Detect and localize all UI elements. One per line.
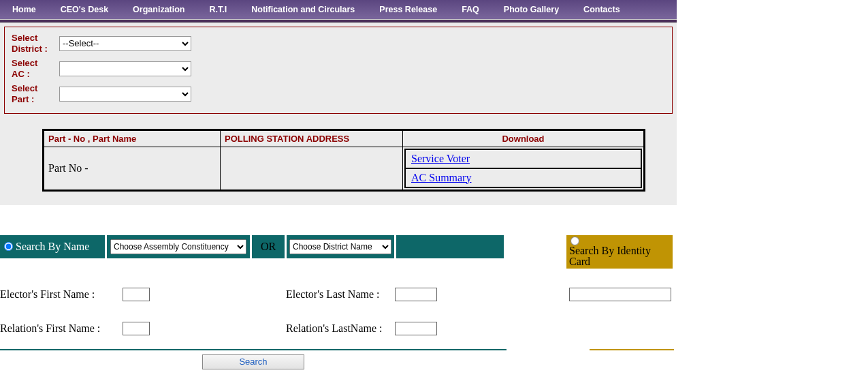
- relation-first-label: Relation's First Name :: [0, 322, 123, 335]
- th-part: Part - No , Part Name: [44, 130, 221, 147]
- content-area: Select District : --Select-- Select AC :: [0, 22, 677, 205]
- elector-first-label: Elector's First Name :: [0, 288, 123, 301]
- select-part-label: Select Part :: [12, 83, 59, 104]
- link-ac-summary[interactable]: AC Summary: [411, 172, 471, 183]
- nav-home[interactable]: Home: [0, 5, 48, 14]
- nav-press-release[interactable]: Press Release: [367, 5, 449, 14]
- select-district[interactable]: --Select--: [59, 36, 191, 51]
- select-assembly[interactable]: Choose Assembly Constituency: [110, 239, 246, 254]
- nav-ceo-desk[interactable]: CEO's Desk: [48, 5, 120, 14]
- main-nav: Home CEO's Desk Organization R.T.I Notif…: [0, 0, 677, 19]
- link-service-voter[interactable]: Service Voter: [411, 153, 470, 164]
- th-address: POLLING STATION ADDRESS: [221, 130, 403, 147]
- nav-rti[interactable]: R.T.I: [197, 5, 240, 14]
- polling-table: Part - No , Part Name POLLING STATION AD…: [42, 129, 645, 192]
- nav-photo-gallery[interactable]: Photo Gallery: [492, 5, 571, 14]
- cell-downloads: Service Voter AC Summary: [403, 147, 645, 190]
- relation-last-input[interactable]: [395, 322, 437, 335]
- elector-last-label: Elector's Last Name :: [286, 288, 395, 301]
- elector-last-input[interactable]: [395, 288, 437, 301]
- or-label: OR: [261, 241, 276, 253]
- nav-faq[interactable]: FAQ: [449, 5, 492, 14]
- nav-notifications[interactable]: Notification and Circulars: [239, 5, 367, 14]
- th-download: Download: [403, 130, 645, 147]
- divider-ochre: [590, 349, 674, 350]
- cell-part-no: Part No -: [44, 147, 221, 190]
- nav-organization[interactable]: Organization: [120, 5, 197, 14]
- search-button[interactable]: Search: [202, 354, 304, 369]
- select-ac[interactable]: [59, 61, 191, 76]
- radio-search-by-id[interactable]: [570, 237, 579, 245]
- select-district-label: Select District :: [12, 33, 59, 54]
- search-header: Search By Name Choose Assembly Constitue…: [0, 235, 677, 269]
- cell-address: [221, 147, 403, 190]
- radio-search-by-name[interactable]: [4, 242, 13, 251]
- search-by-name-label: Search By Name: [16, 241, 89, 253]
- search-by-id-label: Search By Identity Card: [569, 245, 670, 267]
- search-section: Search By Name Choose Assembly Constitue…: [0, 235, 677, 369]
- selector-panel: Select District : --Select-- Select AC :: [4, 27, 673, 114]
- identity-input[interactable]: [569, 288, 671, 301]
- relation-last-label: Relation's LastName :: [286, 322, 395, 335]
- select-ac-label: Select AC :: [12, 58, 59, 79]
- nav-contacts[interactable]: Contacts: [571, 5, 632, 14]
- divider-teal: [0, 349, 507, 350]
- select-district-search[interactable]: Choose District Name: [289, 239, 391, 254]
- elector-first-input[interactable]: [123, 288, 150, 301]
- relation-first-input[interactable]: [123, 322, 150, 335]
- select-part[interactable]: [59, 87, 191, 102]
